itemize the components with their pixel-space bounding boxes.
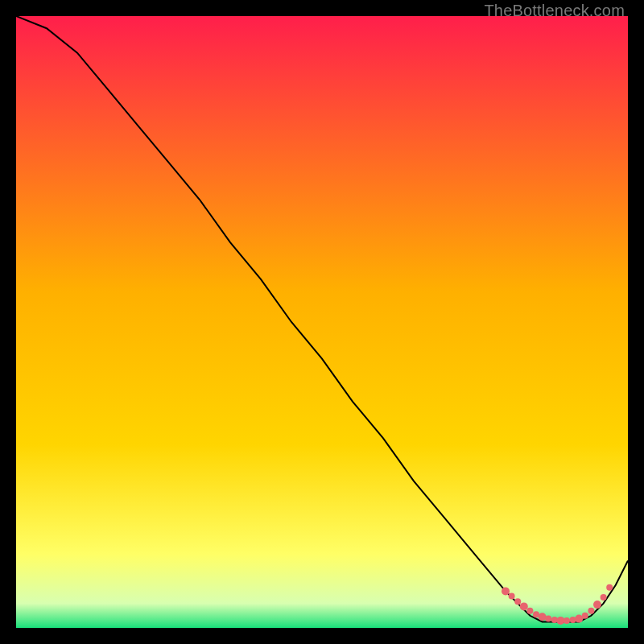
highlight-dot (526, 608, 533, 614)
highlight-dot (606, 584, 613, 591)
highlight-dot (601, 594, 607, 601)
highlight-dot (520, 602, 528, 610)
highlight-dot (588, 608, 594, 614)
highlight-dot (582, 613, 588, 619)
gradient-background (16, 16, 628, 628)
highlight-dot (564, 617, 570, 624)
highlight-dot (593, 601, 601, 609)
bottleneck-chart (16, 16, 628, 628)
chart-frame (16, 16, 628, 628)
highlight-dot (556, 617, 564, 625)
highlight-dot (575, 615, 583, 623)
highlight-dot (514, 598, 521, 605)
highlight-dot (502, 587, 510, 595)
highlight-dot (545, 616, 551, 622)
highlight-dot (539, 613, 547, 621)
highlight-dot (509, 593, 515, 600)
